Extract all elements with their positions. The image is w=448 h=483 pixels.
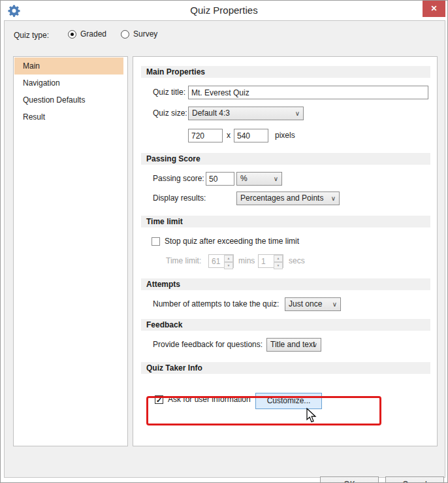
close-button[interactable]: ✕ bbox=[423, 1, 445, 17]
display-results-value: Percentages and Points bbox=[240, 193, 323, 203]
size-times-label: x bbox=[227, 129, 231, 142]
quiz-size-label: Quiz size: bbox=[153, 107, 187, 120]
attempts-select[interactable]: Just once ∨ bbox=[285, 297, 341, 311]
feedback-label: Provide feedback for questions: bbox=[153, 338, 263, 352]
ok-button[interactable]: OK bbox=[320, 476, 379, 483]
section-header-feedback: Feedback bbox=[141, 319, 430, 331]
quiz-height-input[interactable] bbox=[234, 129, 268, 142]
customize-button[interactable]: Customize... bbox=[255, 393, 322, 409]
radio-graded[interactable]: Graded bbox=[68, 29, 106, 39]
passing-score-unit-select[interactable]: % ∨ bbox=[236, 172, 282, 186]
quiz-size-value: Default 4:3 bbox=[192, 108, 230, 118]
cancel-button[interactable]: Cancel bbox=[385, 476, 444, 483]
chevron-down-icon: ∨ bbox=[274, 173, 278, 185]
passing-score-label: Passing score: bbox=[153, 172, 204, 186]
mins-spinner-arrows[interactable]: ▲ ▼ bbox=[224, 255, 233, 267]
checkmark-icon: ✓ bbox=[156, 396, 162, 404]
display-results-label: Display results: bbox=[153, 192, 206, 205]
sidebar-item-result[interactable]: Result bbox=[14, 108, 123, 125]
chevron-down-icon: ∨ bbox=[295, 107, 300, 120]
pixels-label: pixels bbox=[275, 129, 295, 142]
dialog-content: Quiz type: Graded Survey Main Navigation… bbox=[4, 20, 445, 478]
title-bar: Quiz Properties ✕ bbox=[1, 1, 447, 20]
quiz-width-input[interactable] bbox=[188, 129, 223, 142]
quiz-size-select[interactable]: Default 4:3 ∨ bbox=[188, 107, 304, 120]
section-header-time-limit: Time limit bbox=[141, 216, 430, 227]
chevron-down-icon: ∨ bbox=[313, 339, 317, 351]
display-results-select[interactable]: Percentages and Points ∨ bbox=[236, 192, 340, 205]
passing-score-unit-value: % bbox=[240, 174, 248, 183]
chevron-down-icon: ∨ bbox=[332, 298, 337, 310]
spinner-up-icon[interactable]: ▲ bbox=[224, 255, 233, 262]
section-header-passing-score: Passing Score bbox=[141, 153, 430, 165]
main-panel: Main Properties Quiz title: Quiz size: D… bbox=[133, 56, 438, 446]
radio-graded-label: Graded bbox=[80, 29, 106, 39]
radio-survey-label: Survey bbox=[133, 29, 157, 39]
secs-label: secs bbox=[289, 254, 305, 268]
quiz-title-input[interactable] bbox=[188, 86, 428, 99]
stop-quiz-checkbox[interactable] bbox=[152, 237, 160, 246]
sidebar-item-main[interactable]: Main bbox=[14, 58, 123, 75]
window-title: Quiz Properties bbox=[1, 1, 447, 20]
sidebar-item-question-defaults[interactable]: Question Defaults bbox=[14, 92, 123, 108]
section-header-attempts: Attempts bbox=[141, 278, 430, 290]
attempts-value: Just once bbox=[289, 299, 322, 308]
time-limit-label: Time limit: bbox=[166, 254, 201, 268]
section-header-main-properties: Main Properties bbox=[141, 66, 430, 78]
radio-survey[interactable]: Survey bbox=[121, 29, 157, 39]
radio-graded-circle[interactable] bbox=[68, 30, 76, 39]
ask-user-info-label: Ask for user information bbox=[168, 393, 251, 407]
sidebar: Main Navigation Question Defaults Result bbox=[13, 56, 128, 446]
mins-label: mins bbox=[238, 254, 255, 268]
quiz-title-label: Quiz title: bbox=[153, 86, 185, 99]
close-icon: ✕ bbox=[430, 4, 437, 13]
time-limit-secs-spinner[interactable]: ▲ ▼ bbox=[258, 254, 283, 268]
sidebar-item-navigation[interactable]: Navigation bbox=[14, 75, 123, 92]
spinner-down-icon[interactable]: ▼ bbox=[274, 262, 283, 269]
secs-spinner-arrows[interactable]: ▲ ▼ bbox=[274, 255, 283, 267]
chevron-down-icon: ∨ bbox=[331, 192, 336, 205]
radio-survey-circle[interactable] bbox=[121, 30, 129, 39]
quiz-properties-dialog: Quiz Properties ✕ Quiz type: Graded Surv… bbox=[0, 0, 448, 483]
attempts-label: Number of attempts to take the quiz: bbox=[153, 297, 279, 311]
time-limit-mins-spinner[interactable]: ▲ ▼ bbox=[208, 254, 234, 268]
section-header-quiz-taker-info: Quiz Taker Info bbox=[141, 362, 430, 374]
passing-score-input[interactable] bbox=[206, 172, 234, 186]
ask-user-info-checkbox[interactable]: ✓ bbox=[155, 395, 163, 404]
stop-quiz-label: Stop quiz after exceeding the time limit bbox=[165, 235, 299, 248]
spinner-up-icon[interactable]: ▲ bbox=[274, 255, 283, 262]
feedback-select[interactable]: Title and text ∨ bbox=[266, 338, 321, 352]
feedback-value: Title and text bbox=[270, 340, 315, 349]
spinner-down-icon[interactable]: ▼ bbox=[224, 262, 233, 269]
quiz-type-label: Quiz type: bbox=[14, 31, 49, 40]
